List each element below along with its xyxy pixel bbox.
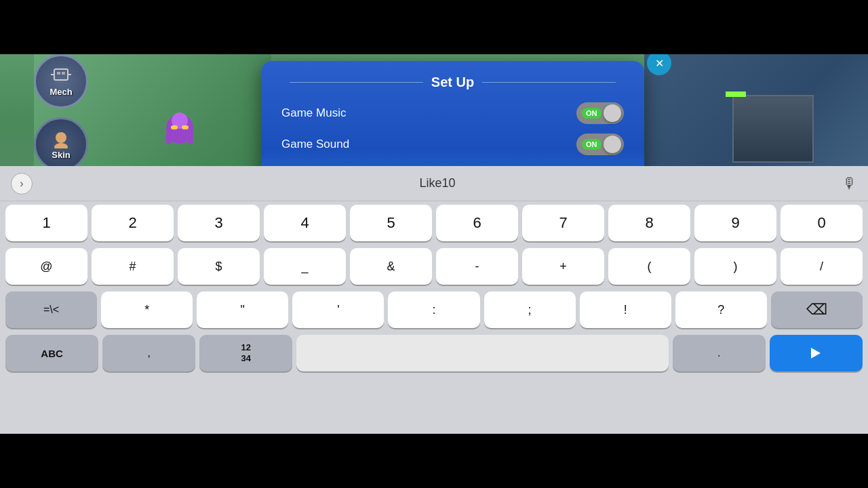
black-bar-top (0, 0, 868, 54)
black-bar-bottom (0, 434, 868, 488)
toolbar-left: › (11, 173, 33, 195)
key-semicolon[interactable]: ; (484, 291, 576, 328)
game-sound-label: Game Sound (281, 138, 349, 151)
symbol-row-2: =\< * " ' : ; ! ? ⌫ (0, 288, 868, 331)
game-music-label: Game Music (281, 106, 346, 120)
space-key[interactable] (296, 335, 668, 371)
key-plus[interactable]: + (522, 248, 604, 285)
key-3[interactable]: 3 (178, 205, 260, 241)
svg-rect-7 (57, 72, 60, 75)
mech-icon (50, 66, 72, 85)
key-double-quote[interactable]: " (197, 291, 288, 328)
svg-rect-2 (166, 132, 172, 144)
game-character (156, 108, 203, 149)
key-9[interactable]: 9 (694, 205, 776, 241)
svg-rect-4 (171, 125, 178, 129)
key-close-paren[interactable]: ) (694, 248, 776, 285)
game-sound-row: Game Sound ON (281, 134, 624, 155)
sidebar-skin-button[interactable]: Skin (34, 117, 88, 171)
toolbar-chevron-button[interactable]: › (11, 173, 33, 195)
comma-key[interactable]: , (102, 335, 195, 371)
right-block-decoration (732, 95, 814, 163)
game-sound-toggle-knob (604, 136, 621, 153)
game-music-row: Game Music ON (281, 102, 624, 124)
green-highlight (726, 92, 746, 97)
key-8[interactable]: 8 (608, 205, 690, 241)
key-5[interactable]: 5 (350, 205, 432, 241)
game-sound-toggle-label: ON (582, 139, 601, 150)
svg-point-12 (54, 143, 68, 148)
mech-label: Mech (50, 87, 72, 97)
key-underscore[interactable]: _ (264, 248, 346, 285)
svg-rect-6 (54, 69, 68, 80)
sidebar-mech-button[interactable]: Mech (34, 54, 88, 108)
svg-rect-8 (62, 72, 65, 75)
settings-header: Set Up (281, 75, 624, 90)
abc-key[interactable]: ABC (5, 335, 98, 371)
key-exclamation[interactable]: ! (580, 291, 671, 328)
key-minus[interactable]: - (436, 248, 518, 285)
game-music-toggle[interactable]: ON (576, 102, 624, 124)
key-dollar[interactable]: $ (178, 248, 260, 285)
period-key[interactable]: . (673, 335, 766, 371)
settings-title: Set Up (431, 75, 474, 90)
key-1[interactable]: 1 (5, 205, 87, 241)
key-single-quote[interactable]: ' (292, 291, 384, 328)
game-sound-toggle[interactable]: ON (576, 134, 624, 155)
key-open-paren[interactable]: ( (608, 248, 690, 285)
key-question[interactable]: ? (675, 291, 767, 328)
key-asterisk[interactable]: * (101, 291, 193, 328)
key-colon[interactable]: : (388, 291, 479, 328)
game-music-toggle-label: ON (582, 108, 601, 119)
key-slash[interactable]: / (781, 248, 863, 285)
number-toggle-key[interactable]: 1234 (199, 335, 292, 371)
submit-key[interactable] (770, 335, 863, 371)
key-at[interactable]: @ (5, 248, 87, 285)
svg-rect-5 (182, 125, 189, 129)
skin-icon (50, 129, 72, 148)
key-equals-backslash[interactable]: =\< (5, 291, 97, 328)
key-0[interactable]: 0 (781, 205, 863, 241)
key-hash[interactable]: # (92, 248, 174, 285)
svg-point-11 (56, 132, 66, 143)
bottom-row: ABC , 1234 . (0, 331, 868, 375)
microphone-icon[interactable]: 🎙 (842, 175, 857, 192)
symbol-row-1: @ # $ _ & - + ( ) / (0, 245, 868, 288)
svg-marker-16 (811, 348, 821, 359)
number-key-row: 1 2 3 4 5 6 7 8 9 0 (0, 201, 868, 245)
key-4[interactable]: 4 (264, 205, 346, 241)
svg-rect-3 (188, 132, 193, 144)
game-music-toggle-knob (604, 104, 621, 122)
key-6[interactable]: 6 (436, 205, 518, 241)
key-2[interactable]: 2 (92, 205, 174, 241)
skin-label: Skin (52, 150, 70, 160)
keyboard-toolbar: › Like10 🎙 (0, 166, 868, 201)
keyboard-area: › Like10 🎙 1 2 3 4 5 6 7 8 9 0 @ # $ _ &… (0, 166, 868, 434)
key-ampersand[interactable]: & (350, 248, 432, 285)
backspace-key[interactable]: ⌫ (771, 291, 863, 328)
key-7[interactable]: 7 (522, 205, 604, 241)
toolbar-text-display: Like10 (419, 176, 455, 190)
